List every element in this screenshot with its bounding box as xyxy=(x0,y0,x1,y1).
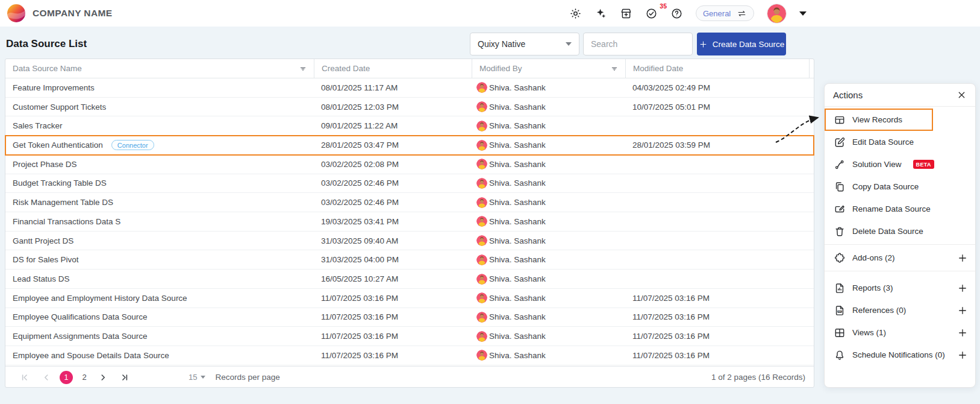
action-item-label: Edit Data Source xyxy=(852,137,914,147)
modified-date-cell: 11/07/2025 03:16 PM xyxy=(625,289,787,308)
column-header-name[interactable]: Data Source Name xyxy=(5,59,314,78)
marketplace-store-icon[interactable] xyxy=(620,7,632,20)
column-header-modified-date[interactable]: Modified Date xyxy=(625,59,787,78)
close-icon[interactable] xyxy=(957,90,967,100)
action-item[interactable]: Rename Data Source xyxy=(825,198,975,220)
table-row[interactable]: Gantt Project DS 31/03/2025 09:40 AM Shi… xyxy=(5,232,814,251)
datasource-name: Employee Qualifications Data Source xyxy=(13,312,148,321)
create-data-source-button[interactable]: Create Data Source xyxy=(697,33,786,55)
created-date-cell: 28/01/2025 03:47 PM xyxy=(314,136,472,154)
workspace-switcher[interactable]: General xyxy=(696,5,754,21)
page-number-2[interactable]: 2 xyxy=(79,373,90,382)
help-icon[interactable] xyxy=(670,7,683,20)
table-row[interactable]: Risk Management Table DS 03/02/2025 02:4… xyxy=(5,193,814,212)
actions-panel-title: Actions xyxy=(833,90,863,100)
plus-icon[interactable] xyxy=(957,283,968,294)
datasource-type-select[interactable]: Quixy Native xyxy=(470,33,579,55)
action-item[interactable]: Copy Data Source xyxy=(825,175,975,198)
action-item[interactable]: Add-ons (2) xyxy=(825,247,975,269)
action-item[interactable]: Edit Data Source xyxy=(825,131,975,153)
table-row[interactable]: Equipment Assignments Data Source 11/07/… xyxy=(5,327,814,346)
created-date-cell: 31/03/2025 09:40 AM xyxy=(314,232,472,250)
brand: COMPANY NAME xyxy=(7,4,113,22)
created-date-cell: 16/05/2025 10:27 AM xyxy=(314,270,472,288)
table-row[interactable]: Employee and Employment History Data Sou… xyxy=(5,289,814,308)
table-icon xyxy=(834,114,846,126)
filter-icon[interactable] xyxy=(298,64,308,74)
views-icon xyxy=(834,327,846,339)
modifier-avatar-icon xyxy=(476,140,487,151)
settings-gear-icon[interactable] xyxy=(569,7,582,20)
created-date-cell: 08/01/2025 11:17 AM xyxy=(314,78,472,97)
first-page-button[interactable] xyxy=(19,371,31,383)
table-row[interactable]: Financial Transactions Data S 19/03/2025… xyxy=(5,212,814,232)
table-row[interactable]: Employee and Spouse Details Data Source … xyxy=(5,346,814,365)
datasource-name-cell: Feature Improvements xyxy=(5,78,314,97)
ai-sparkles-icon[interactable] xyxy=(595,7,607,20)
action-item-label: Rename Data Source xyxy=(852,204,931,213)
modifier-name: Shiva. Sashank xyxy=(489,351,546,360)
action-item[interactable]: Solution View BETA xyxy=(825,153,975,175)
table-row[interactable]: DS for Sales Pivot 31/03/2025 04:00 PM S… xyxy=(5,250,814,270)
page-number-1[interactable]: 1 xyxy=(60,371,73,384)
modifier-name: Shiva. Sashank xyxy=(489,332,546,341)
modifier-name: Shiva. Sashank xyxy=(489,236,546,245)
next-page-button[interactable] xyxy=(97,371,109,383)
search-input[interactable] xyxy=(583,33,693,55)
plus-icon[interactable] xyxy=(957,253,968,264)
action-item[interactable]: Schedule Notifications (0) xyxy=(825,344,975,366)
plus-icon[interactable] xyxy=(957,305,968,316)
modified-by-cell: Shiva. Sashank xyxy=(472,193,625,212)
actions-panel-header: Actions xyxy=(825,84,975,107)
modifier-avatar-icon xyxy=(476,312,487,323)
chevron-down-icon xyxy=(566,42,572,46)
datasource-name-cell: Employee and Spouse Details Data Source xyxy=(5,346,314,365)
action-item[interactable]: Delete Data Source xyxy=(825,220,975,242)
edit-icon xyxy=(834,136,846,148)
modified-date-cell xyxy=(625,116,787,135)
datasource-name-cell: Lead Status DS xyxy=(5,270,314,288)
user-avatar[interactable] xyxy=(767,4,787,24)
table-row[interactable]: Customer Support Tickets 08/01/2025 12:0… xyxy=(5,98,814,117)
table-row[interactable]: Feature Improvements 08/01/2025 11:17 AM… xyxy=(5,78,814,98)
datasource-name: Financial Transactions Data S xyxy=(13,217,120,226)
table-row[interactable]: Employee Qualifications Data Source 11/0… xyxy=(5,308,814,327)
table-row[interactable]: Project Phase DS 03/02/2025 02:08 PM Shi… xyxy=(5,155,814,174)
beta-badge: BETA xyxy=(913,160,934,169)
table-row[interactable]: Budget Tracking Table DS 03/02/2025 02:4… xyxy=(5,174,814,194)
table-row[interactable]: Lead Status DS 16/05/2025 10:27 AM Shiva… xyxy=(5,270,814,289)
profile-caret-icon[interactable] xyxy=(799,11,807,16)
filter-icon[interactable] xyxy=(610,64,619,74)
modifier-avatar-icon xyxy=(476,121,487,131)
column-header-created-date[interactable]: Created Date xyxy=(314,59,472,78)
action-item[interactable]: Views (1) xyxy=(825,321,975,344)
datasource-name-cell: Risk Management Table DS xyxy=(5,193,314,212)
modified-by-cell: Shiva. Sashank xyxy=(472,327,625,346)
modified-by-cell: Shiva. Sashank xyxy=(472,250,625,269)
datasource-name-cell: Financial Transactions Data S xyxy=(5,212,314,231)
created-date-cell: 03/02/2025 02:46 PM xyxy=(314,193,472,212)
action-item[interactable]: REF References (0) xyxy=(825,299,975,321)
topbar-icons: 35 General xyxy=(569,0,807,27)
action-item-label: Schedule Notifications (0) xyxy=(852,350,945,359)
plus-icon[interactable] xyxy=(957,350,968,361)
plus-icon[interactable] xyxy=(957,327,968,338)
approvals-check-icon[interactable]: 35 xyxy=(645,7,658,20)
prev-page-button[interactable] xyxy=(40,371,52,383)
bell-icon xyxy=(834,349,846,361)
action-item[interactable]: Reports (3) xyxy=(825,277,975,299)
action-item-label: Copy Data Source xyxy=(852,182,919,191)
menu-divider xyxy=(825,271,975,271)
table-row[interactable]: Get Token Authentication Connector 28/01… xyxy=(5,136,814,155)
column-header-modified-by[interactable]: Modified By xyxy=(472,59,625,78)
action-item[interactable]: View Records xyxy=(825,109,933,131)
action-item-label: Add-ons (2) xyxy=(852,253,895,262)
page-size-select[interactable]: 15 xyxy=(189,373,205,382)
datasource-name-cell: Project Phase DS xyxy=(5,155,314,174)
table-row[interactable]: Sales Tracker 09/01/2025 11:22 AM Shiva.… xyxy=(5,116,814,136)
modified-date-cell: 04/03/2025 02:49 PM xyxy=(625,78,787,97)
datasource-name: Sales Tracker xyxy=(13,121,63,130)
datasource-name-cell: DS for Sales Pivot xyxy=(5,250,314,269)
last-page-button[interactable] xyxy=(119,371,131,383)
modified-by-cell: Shiva. Sashank xyxy=(472,116,625,135)
